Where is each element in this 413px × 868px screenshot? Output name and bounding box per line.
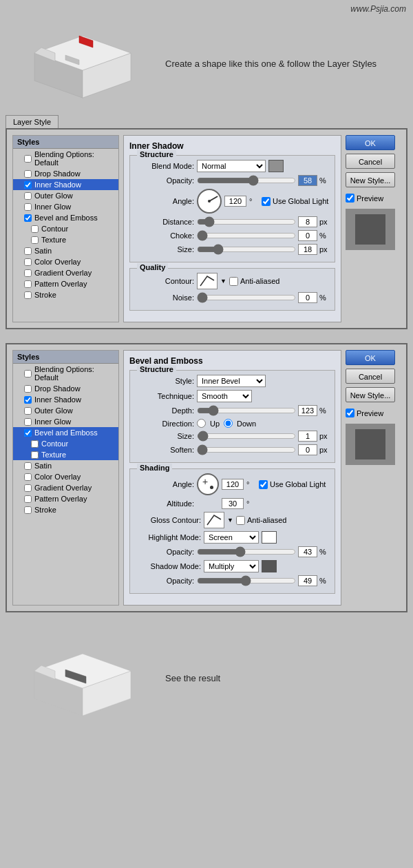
style-drop-shadow[interactable]: Drop Shadow xyxy=(13,168,118,179)
distance-slider[interactable] xyxy=(197,217,296,227)
style-gradient-overlay-check[interactable] xyxy=(24,269,32,277)
soften-slider[interactable] xyxy=(197,445,296,455)
style-stroke-check[interactable] xyxy=(24,291,32,299)
bevel-size-slider[interactable] xyxy=(197,431,296,441)
contour-thumbnail[interactable] xyxy=(197,273,218,289)
bevel-size-value[interactable] xyxy=(298,431,317,442)
style2-satin-check[interactable] xyxy=(24,462,32,470)
style-inner-glow[interactable]: Inner Glow xyxy=(13,201,118,212)
size-slider[interactable] xyxy=(197,245,296,254)
style2-texture[interactable]: Texture xyxy=(13,449,118,460)
altitude-value[interactable] xyxy=(222,498,244,509)
highlight-color-swatch[interactable] xyxy=(262,531,277,544)
style-pattern-overlay-check[interactable] xyxy=(24,280,32,288)
direction-up-radio[interactable] xyxy=(197,419,206,428)
style-texture[interactable]: Texture xyxy=(13,234,118,245)
style-inner-shadow[interactable]: Inner Shadow xyxy=(13,179,118,190)
style2-contour-check[interactable] xyxy=(31,440,39,448)
style2-bevel-emboss-check[interactable] xyxy=(24,429,32,437)
style2-stroke-check[interactable] xyxy=(24,506,32,514)
preview-check-1[interactable] xyxy=(346,194,354,203)
style-blending-options[interactable]: Blending Options: Default xyxy=(13,149,118,168)
style2-contour[interactable]: Contour xyxy=(13,438,118,449)
choke-slider[interactable] xyxy=(197,231,296,240)
style2-blending-check[interactable] xyxy=(24,370,32,378)
style-texture-check[interactable] xyxy=(31,236,39,244)
style-stroke[interactable]: Stroke xyxy=(13,289,118,300)
opacity-slider[interactable] xyxy=(197,176,296,185)
ok-button-1[interactable]: OK xyxy=(346,135,395,150)
style-pattern-overlay[interactable]: Pattern Overlay xyxy=(13,278,118,289)
style2-inner-glow-check[interactable] xyxy=(24,418,32,426)
style-blending-options-check[interactable] xyxy=(24,155,32,163)
cancel-button-1[interactable]: Cancel xyxy=(346,154,395,169)
gloss-anti-aliased-check[interactable] xyxy=(236,516,245,525)
opacity-value[interactable]: 58 xyxy=(298,175,317,186)
style-inner-shadow-check[interactable] xyxy=(24,181,32,189)
blend-color-swatch[interactable] xyxy=(268,160,284,172)
style2-inner-shadow[interactable]: Inner Shadow xyxy=(13,394,118,405)
shadow-opacity-value[interactable] xyxy=(298,575,317,586)
style-contour[interactable]: Contour xyxy=(13,223,118,234)
style2-outer-glow[interactable]: Outer Glow xyxy=(13,405,118,416)
style-outer-glow-check[interactable] xyxy=(24,192,32,200)
angle-value[interactable] xyxy=(224,196,246,207)
bevel-style-select[interactable]: Inner Bevel Outer Bevel Emboss xyxy=(197,375,266,387)
style-bevel-emboss[interactable]: Bevel and Emboss xyxy=(13,212,118,223)
style2-blending-options[interactable]: Blending Options: Default xyxy=(13,364,118,383)
highlight-opacity-slider[interactable] xyxy=(197,547,296,557)
style2-drop-shadow-check[interactable] xyxy=(24,385,32,393)
highlight-mode-select[interactable]: Screen Normal Multiply xyxy=(204,531,259,544)
new-style-button-2[interactable]: New Style... xyxy=(346,387,395,402)
highlight-opacity-value[interactable] xyxy=(298,546,317,557)
depth-slider[interactable] xyxy=(197,406,296,415)
style2-pattern-overlay[interactable]: Pattern Overlay xyxy=(13,493,118,504)
style-bevel-emboss-check[interactable] xyxy=(24,214,32,222)
style2-inner-glow[interactable]: Inner Glow xyxy=(13,416,118,427)
style-satin-check[interactable] xyxy=(24,247,32,255)
style2-color-overlay[interactable]: Color Overlay xyxy=(13,471,118,482)
technique-select[interactable]: Smooth Chisel Hard Chisel Soft xyxy=(197,390,252,402)
shadow-color-swatch[interactable] xyxy=(262,560,277,572)
bevel-global-light-check[interactable] xyxy=(259,480,268,489)
anti-aliased-check[interactable] xyxy=(229,277,238,286)
style2-color-overlay-check[interactable] xyxy=(24,473,32,481)
style-satin[interactable]: Satin xyxy=(13,245,118,256)
contour-dropdown-arrow[interactable]: ▼ xyxy=(220,278,226,285)
style-color-overlay[interactable]: Color Overlay xyxy=(13,256,118,267)
depth-value[interactable] xyxy=(298,405,317,416)
style2-stroke[interactable]: Stroke xyxy=(13,504,118,515)
style2-inner-shadow-check[interactable] xyxy=(24,396,32,404)
style2-gradient-overlay-check[interactable] xyxy=(24,484,32,492)
style-outer-glow[interactable]: Outer Glow xyxy=(13,190,118,201)
style2-gradient-overlay[interactable]: Gradient Overlay xyxy=(13,482,118,493)
style-inner-glow-check[interactable] xyxy=(24,203,32,211)
gloss-contour-arrow[interactable]: ▼ xyxy=(227,517,233,524)
noise-slider[interactable] xyxy=(197,293,296,302)
soften-value[interactable] xyxy=(298,444,317,455)
style-contour-check[interactable] xyxy=(31,225,39,233)
direction-down-radio[interactable] xyxy=(224,419,233,428)
choke-value[interactable] xyxy=(298,230,317,241)
angle-dial[interactable] xyxy=(197,189,222,214)
blend-mode-select[interactable]: Normal Multiply Screen xyxy=(197,160,266,172)
style2-pattern-overlay-check[interactable] xyxy=(24,495,32,503)
bevel-angle-dial[interactable]: + xyxy=(197,473,219,495)
gloss-contour-thumbnail[interactable] xyxy=(204,512,224,528)
shadow-opacity-slider[interactable] xyxy=(197,576,296,586)
size-value[interactable] xyxy=(298,244,317,255)
style2-satin[interactable]: Satin xyxy=(13,460,118,471)
global-light-check[interactable] xyxy=(262,197,271,206)
style2-bevel-emboss[interactable]: Bevel and Emboss xyxy=(13,427,118,438)
style-gradient-overlay[interactable]: Gradient Overlay xyxy=(13,267,118,278)
style2-drop-shadow[interactable]: Drop Shadow xyxy=(13,383,118,394)
ok-button-2[interactable]: OK xyxy=(346,350,395,365)
new-style-button-1[interactable]: New Style... xyxy=(346,172,395,187)
style2-texture-check[interactable] xyxy=(31,451,39,459)
style2-outer-glow-check[interactable] xyxy=(24,407,32,415)
cancel-button-2[interactable]: Cancel xyxy=(346,369,395,384)
style-drop-shadow-check[interactable] xyxy=(24,170,32,178)
distance-value[interactable] xyxy=(298,216,317,227)
preview-check-2[interactable] xyxy=(346,409,354,417)
style-color-overlay-check[interactable] xyxy=(24,258,32,266)
